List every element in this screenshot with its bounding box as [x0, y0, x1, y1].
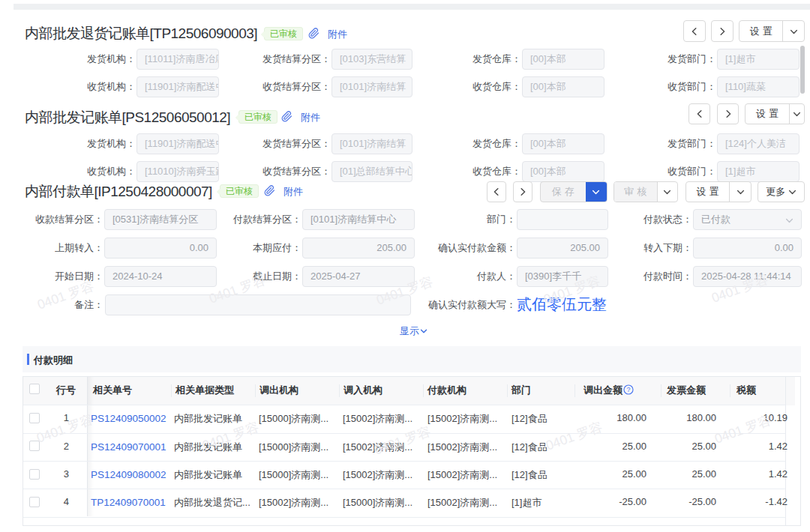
- svg-text:?: ?: [626, 386, 630, 393]
